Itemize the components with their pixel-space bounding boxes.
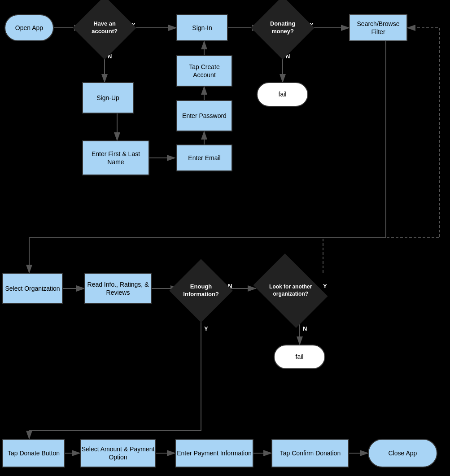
fail2-node: fail xyxy=(274,345,325,369)
enter-payment-node: Enter Payment Information xyxy=(175,439,253,467)
sign-in-node: Sign-In xyxy=(176,14,228,41)
select-org-node: Select Organization xyxy=(2,273,63,304)
open-app-node: Open App xyxy=(4,14,54,41)
select-amount-node: Select Amount & Payment Option xyxy=(80,439,156,467)
search-browse-node: Search/Browse Filter xyxy=(349,14,407,41)
donating-money-diamond: Donating money? xyxy=(251,0,314,60)
tap-donate-node: Tap Donate Button xyxy=(2,439,65,467)
sign-up-node: Sign-Up xyxy=(82,82,134,114)
tap-confirm-node: Tap Confirm Donation xyxy=(271,439,349,467)
fail1-node: fail xyxy=(257,82,308,107)
enter-name-node: Enter First & Last Name xyxy=(82,140,149,175)
close-app-node: Close App xyxy=(368,439,437,467)
have-account-diamond: Have an account? xyxy=(73,0,136,60)
enter-email-node: Enter Email xyxy=(176,144,232,171)
tap-create-node: Tap Create Account xyxy=(176,55,232,87)
enter-password-node: Enter Password xyxy=(176,100,232,131)
enough-info-diamond: Enough Information? xyxy=(169,259,232,322)
look-another-diamond: Look for another organization? xyxy=(253,253,328,328)
label-y4: Y xyxy=(204,325,208,332)
read-info-node: Read Info., Ratings, & Reviews xyxy=(84,273,152,304)
flowchart: Y N Y N N Y N Y Open App Have an account… xyxy=(0,0,450,476)
label-y3: Y xyxy=(323,283,327,289)
label-n4: N xyxy=(303,325,307,332)
